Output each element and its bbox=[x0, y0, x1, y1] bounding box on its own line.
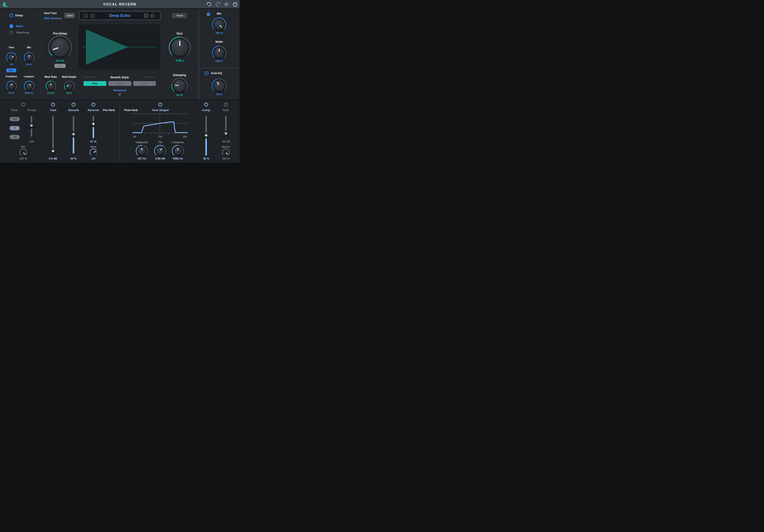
auto-eq-value: 40 % bbox=[204, 93, 234, 96]
pitch-minus12-button[interactable]: -12 bbox=[10, 135, 20, 139]
reverb-decay-waveform-display bbox=[79, 24, 160, 70]
style-hall-button[interactable]: Hall bbox=[133, 81, 156, 86]
gate-slider[interactable] bbox=[223, 116, 229, 137]
tone-lowpass-knob[interactable] bbox=[171, 144, 184, 157]
feedback-value: 55 % bbox=[4, 91, 19, 94]
speed-knob[interactable] bbox=[222, 148, 230, 157]
randomize-dice-icon[interactable] bbox=[144, 14, 148, 18]
delay-mix-knob[interactable] bbox=[24, 52, 35, 63]
smooth-value: 50 % bbox=[64, 157, 83, 160]
comp-power-button[interactable] bbox=[204, 102, 208, 107]
tone-axis-750: 750 bbox=[155, 135, 165, 138]
pitch-plus12-button[interactable]: +12 bbox=[10, 117, 20, 121]
plugin-title: VOCAL REVERB bbox=[0, 2, 240, 6]
style-room-button[interactable]: Room bbox=[108, 81, 131, 86]
width-value: 100 % bbox=[204, 60, 234, 63]
mod-rate-knob[interactable] bbox=[45, 81, 57, 92]
lowpass-label: Lowpass bbox=[20, 75, 38, 78]
smooth-power-button[interactable] bbox=[71, 102, 76, 107]
note-knob[interactable] bbox=[89, 148, 97, 157]
tone-shaper-eq-graph[interactable] bbox=[133, 113, 188, 135]
tone-shaper-power-button[interactable] bbox=[158, 102, 163, 107]
bottom-section: Pitch Throat Tube Smooth Reverse Pre-Ver… bbox=[0, 100, 240, 163]
auto-eq-knob[interactable] bbox=[211, 78, 227, 93]
header-bar: VOCAL REVERB bbox=[0, 0, 240, 9]
pre-delay-label: Pre-Delay bbox=[45, 32, 75, 35]
advanced-link[interactable]: Advanced bbox=[104, 89, 135, 92]
delay-power-button[interactable] bbox=[9, 13, 14, 18]
output-mix-label: Mix bbox=[204, 12, 234, 15]
throat-value: 100 bbox=[22, 140, 41, 143]
time-knob[interactable] bbox=[6, 52, 17, 63]
lowpass-value: 5390 Hz bbox=[20, 91, 38, 94]
preset-menu-ellipsis-icon[interactable] bbox=[150, 14, 155, 18]
pre-delay-value: 10 ms bbox=[45, 59, 75, 62]
tube-slider[interactable] bbox=[50, 116, 56, 154]
mono-radio[interactable] bbox=[9, 24, 13, 28]
pre-delay-knob[interactable] bbox=[48, 35, 72, 60]
damping-knob[interactable] bbox=[171, 78, 188, 94]
learn-button[interactable]: Learn bbox=[64, 13, 75, 19]
auto-eq-power-button[interactable] bbox=[204, 71, 209, 76]
comp-slider[interactable] bbox=[203, 116, 210, 155]
throat-label: Throat bbox=[22, 108, 41, 112]
tone-lowpass-value: 4982 Hz bbox=[167, 157, 189, 160]
reverb-style-label: Reverb Style bbox=[97, 76, 142, 79]
output-mix-value: 100 % bbox=[204, 32, 234, 35]
main-section: Delay Mono Ping Pong Time 1/4 Mix 50 % S… bbox=[0, 9, 240, 99]
mod-depth-label: Mod Depth bbox=[58, 75, 80, 79]
tone-axis-22k: 22k bbox=[180, 135, 189, 138]
reverse-power-button[interactable] bbox=[91, 102, 96, 107]
reverse-value: 57 % bbox=[84, 140, 102, 143]
feedback-label: Feedback bbox=[2, 75, 21, 78]
smooth-slider[interactable] bbox=[70, 116, 77, 154]
throat-slider[interactable] bbox=[28, 116, 35, 137]
time-value: 1/4 bbox=[4, 63, 19, 66]
pitch-throat-power-button[interactable] bbox=[21, 102, 26, 107]
highpass-value: 197 Hz bbox=[131, 157, 152, 160]
mono-label: Mono bbox=[16, 25, 32, 28]
speed-value: 100 % bbox=[217, 157, 235, 160]
pre-delay-sync-button[interactable]: Sync bbox=[55, 64, 66, 68]
reverse-slider[interactable] bbox=[90, 116, 97, 138]
highpass-knob[interactable] bbox=[135, 144, 148, 157]
tone-shaper-label: Tone Shaper bbox=[145, 108, 176, 112]
advanced-expand-chevrons-icon[interactable] bbox=[118, 93, 121, 96]
mod-depth-knob[interactable] bbox=[64, 81, 75, 92]
pitch-zero-button[interactable]: 0 bbox=[10, 126, 20, 130]
ping-pong-radio[interactable] bbox=[10, 31, 13, 34]
bypass-power-icon[interactable] bbox=[233, 2, 238, 7]
chevron-down-icon[interactable] bbox=[58, 17, 62, 20]
feedback-knob[interactable] bbox=[6, 81, 17, 92]
delay-sync-button[interactable]: Sync bbox=[6, 69, 16, 72]
delay-section-title: Delay bbox=[15, 14, 34, 17]
assist-button[interactable]: Assist bbox=[172, 13, 187, 19]
delay-mix-value: 50 % bbox=[21, 63, 37, 66]
gate-label: Gate bbox=[217, 108, 235, 112]
size-value: 4.99 s bbox=[164, 59, 195, 62]
vocal-reverb-plugin-window: VOCAL REVERB bbox=[0, 0, 240, 163]
mod-depth-value: 20 % bbox=[58, 92, 80, 94]
size-label: Size bbox=[164, 32, 195, 35]
ping-pong-label: Ping Pong bbox=[16, 31, 38, 34]
time-label: Time bbox=[4, 46, 19, 49]
settings-gear-icon[interactable] bbox=[224, 2, 229, 7]
redo-icon[interactable] bbox=[215, 2, 220, 7]
damping-value: 20 % bbox=[164, 93, 195, 97]
post-verb-label: Post-Verb bbox=[122, 108, 140, 112]
width-knob[interactable] bbox=[212, 45, 227, 60]
pitch-mix-knob[interactable] bbox=[19, 148, 28, 157]
style-plate-button[interactable]: Plate bbox=[84, 81, 106, 86]
lowpass-knob[interactable] bbox=[24, 81, 35, 92]
highpass-label: Highpass bbox=[131, 141, 152, 144]
tube-power-button[interactable] bbox=[51, 102, 55, 107]
gate-power-button[interactable] bbox=[224, 102, 228, 107]
pre-verb-label: Pre-Verb bbox=[100, 108, 118, 112]
width-label: Width bbox=[204, 40, 234, 44]
output-mix-knob[interactable] bbox=[212, 17, 227, 32]
undo-icon[interactable] bbox=[207, 2, 212, 7]
size-knob[interactable] bbox=[168, 36, 191, 59]
tilt-knob[interactable] bbox=[154, 144, 167, 157]
tube-value: 0.0 dB bbox=[44, 157, 62, 160]
tone-lowpass-label: Lowpass bbox=[167, 141, 189, 144]
